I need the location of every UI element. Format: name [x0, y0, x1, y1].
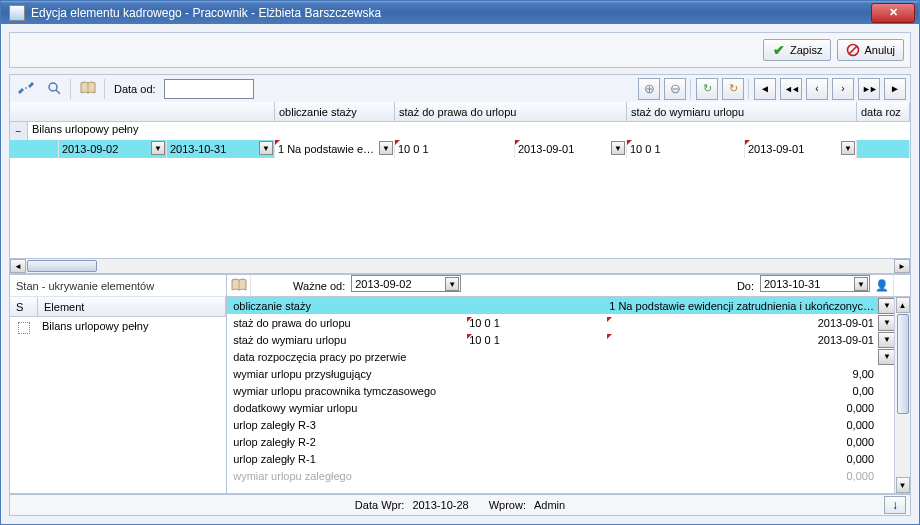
minus-icon: ⊖ — [670, 81, 681, 96]
scroll-down-icon[interactable]: ▼ — [896, 477, 910, 493]
cell-wymiar1[interactable]: 10 0 1 — [627, 140, 745, 158]
nav-last[interactable]: ► — [884, 78, 906, 100]
property-row[interactable]: obliczanie staży1 Na podstawie ewidencji… — [227, 297, 910, 314]
property-value-2[interactable]: 0,000 — [607, 436, 876, 448]
scroll-right-icon[interactable]: ► — [894, 259, 910, 273]
person-button[interactable]: 👤 — [870, 275, 894, 296]
property-value-2[interactable]: 0,000 — [607, 402, 876, 414]
dropdown-icon[interactable]: ▼ — [854, 277, 868, 291]
property-row[interactable]: staż do wymiaru urlopu10 0 12013-09-01▼ — [227, 331, 910, 348]
scroll-up-icon[interactable]: ▲ — [896, 297, 910, 313]
property-row[interactable]: dodatkowy wymiar urlopu0,000▼ — [227, 399, 910, 416]
scroll-thumb[interactable] — [897, 314, 909, 414]
dropdown-icon[interactable]: ▼ — [151, 141, 165, 155]
property-value-2[interactable]: 0,000 — [607, 419, 876, 431]
cell-date-end[interactable]: 2013-10-31 ▼ — [167, 140, 275, 158]
property-value-2[interactable]: 0,000 — [607, 453, 876, 465]
nav-next[interactable]: › — [832, 78, 854, 100]
property-value-2[interactable]: 0,000 — [607, 470, 876, 482]
wazne-od-label: Ważne od: — [251, 275, 351, 296]
separator — [748, 79, 750, 99]
search-button[interactable] — [42, 78, 66, 100]
checkbox-icon[interactable] — [10, 317, 38, 339]
cell-rest[interactable] — [857, 140, 910, 158]
vscroll[interactable]: ▲ ▼ — [894, 297, 910, 493]
property-row[interactable]: staż do prawa do urlopu10 0 12013-09-01▼ — [227, 314, 910, 331]
property-value-2[interactable]: 2013-09-01 — [607, 334, 876, 346]
data-row[interactable]: 2013-09-02 ▼ 2013-10-31 ▼ 1 Na podstawie… — [9, 140, 911, 158]
group-row[interactable]: − Bilans urlopowy pełny — [9, 122, 911, 140]
cancel-button[interactable]: Anuluj — [837, 39, 904, 61]
dropdown-icon[interactable]: ▼ — [841, 141, 855, 155]
property-row[interactable]: data rozpoczęcia pracy po przerwie▼ — [227, 348, 910, 365]
svg-line-1 — [850, 47, 857, 54]
col-wymiar[interactable]: staż do wymiaru urlopu — [627, 102, 857, 122]
property-row[interactable]: urlop zaległy R-20,000▼ — [227, 433, 910, 450]
wprow-label: Wprow: — [489, 499, 526, 511]
dropdown-icon[interactable]: ▼ — [379, 141, 393, 155]
col-s[interactable]: S — [10, 297, 38, 317]
col-blank[interactable] — [10, 102, 275, 122]
save-button[interactable]: ✔ Zapisz — [763, 39, 831, 61]
col-dataroz[interactable]: data roz — [857, 102, 910, 122]
scroll-thumb[interactable] — [27, 260, 97, 272]
remove-button[interactable]: ⊖ — [664, 78, 686, 100]
col-oblicz[interactable]: obliczanie staży — [275, 102, 395, 122]
property-key: urlop zaległy R-3 — [227, 419, 467, 431]
cell-prawa1[interactable]: 10 0 1 — [395, 140, 515, 158]
row-marker — [10, 140, 59, 158]
property-key: wymiar urlopu przysługujący — [227, 368, 467, 380]
nav-fast-fwd[interactable]: ►► — [858, 78, 880, 100]
property-row[interactable]: urlop zaległy R-30,000▼ — [227, 416, 910, 433]
do-value[interactable]: 2013-10-31 ▼ — [760, 275, 870, 292]
grid-hscroll[interactable]: ◄ ► — [9, 258, 911, 274]
property-value-2[interactable]: 1 Na podstawie ewidencji zatrudnienia i … — [607, 300, 876, 312]
collapse-icon[interactable]: − — [10, 122, 28, 140]
close-button[interactable]: ✕ — [871, 3, 915, 23]
property-key: dodatkowy wymiar urlopu — [227, 402, 467, 414]
cell-wymiar2[interactable]: 2013-09-01 ▼ — [745, 140, 857, 158]
down-button[interactable]: ↓ — [884, 496, 906, 514]
nav-prev[interactable]: ‹ — [806, 78, 828, 100]
nav-first[interactable]: ◄ — [754, 78, 776, 100]
tools-button[interactable] — [14, 78, 38, 100]
property-row[interactable]: urlop zaległy R-10,000▼ — [227, 450, 910, 467]
property-value-2[interactable]: 0,00 — [607, 385, 876, 397]
client-area: ✔ Zapisz Anuluj — [1, 24, 919, 524]
property-key: obliczanie staży — [227, 300, 467, 312]
wazne-od-value[interactable]: 2013-09-02 ▼ — [351, 275, 461, 292]
bottom-panel: Stan - ukrywanie elementów S Element Bil… — [9, 274, 911, 494]
dropdown-icon[interactable]: ▼ — [445, 277, 459, 291]
book-button-2[interactable] — [227, 275, 251, 296]
property-row[interactable]: wymiar urlopu pracownika tymczasowego0,0… — [227, 382, 910, 399]
grid-header: obliczanie staży staż do prawa do urlopu… — [9, 102, 911, 122]
window: Edycja elementu kadrowego - Pracownik - … — [0, 0, 920, 525]
plus-icon: ⊕ — [644, 81, 655, 96]
cell-date-start[interactable]: 2013-09-02 ▼ — [59, 140, 167, 158]
cell-prawa2[interactable]: 2013-09-01 ▼ — [515, 140, 627, 158]
dropdown-icon[interactable]: ▼ — [611, 141, 625, 155]
date-from-input[interactable] — [164, 79, 254, 99]
book-button[interactable] — [76, 78, 100, 100]
nav-fast-back[interactable]: ◄◄ — [780, 78, 802, 100]
dropdown-icon[interactable]: ▼ — [259, 141, 273, 155]
titlebar[interactable]: Edycja elementu kadrowego - Pracownik - … — [1, 1, 919, 24]
property-value-1[interactable]: 10 0 1 — [467, 317, 607, 329]
property-row[interactable]: wymiar urlopu przysługujący9,00▼ — [227, 365, 910, 382]
property-value-2[interactable]: 2013-09-01 — [607, 317, 876, 329]
add-button[interactable]: ⊕ — [638, 78, 660, 100]
cell-oblicz[interactable]: 1 Na podstawie e… ▼ — [275, 140, 395, 158]
col-element[interactable]: Element — [38, 297, 226, 317]
wprow-value: Admin — [534, 499, 565, 511]
refresh-button[interactable]: ↻ — [696, 78, 718, 100]
property-row[interactable]: wymiar urlopu zaległego0,000▼ — [227, 467, 910, 484]
date-from-label: Data od: — [110, 83, 160, 95]
col-prawa[interactable]: staż do prawa do urlopu — [395, 102, 627, 122]
property-value-2[interactable]: 9,00 — [607, 368, 876, 380]
refresh2-button[interactable]: ↻ — [722, 78, 744, 100]
refresh2-icon: ↻ — [729, 82, 738, 95]
list-item[interactable]: Bilans urlopowy pełny — [10, 317, 226, 339]
scroll-left-icon[interactable]: ◄ — [10, 259, 26, 273]
property-value-1[interactable]: 10 0 1 — [467, 334, 607, 346]
arrow-down-icon: ↓ — [892, 498, 898, 512]
